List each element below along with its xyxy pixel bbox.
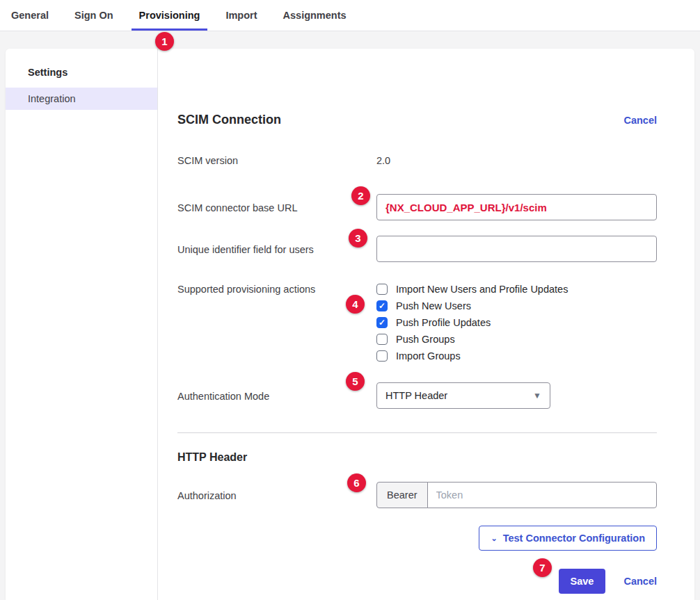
token-input[interactable]: [427, 482, 657, 508]
test-connector-label: Test Connector Configuration: [503, 533, 645, 544]
cancel-link-bottom[interactable]: Cancel: [623, 576, 657, 587]
tab-import[interactable]: Import: [218, 0, 264, 31]
section-divider: [177, 432, 657, 433]
base-url-input[interactable]: [376, 194, 657, 220]
checkbox-label: Import New Users and Profile Updates: [396, 284, 568, 295]
checkbox-row-push-groups[interactable]: Push Groups: [376, 331, 657, 348]
tab-sign-on[interactable]: Sign On: [67, 0, 121, 31]
checkbox-row-push-new-users[interactable]: Push New Users: [376, 298, 657, 314]
chevron-down-icon: ⌄: [491, 535, 497, 542]
checkbox-push-groups[interactable]: [376, 334, 388, 345]
sidebar-item-integration[interactable]: Integration: [6, 88, 157, 110]
chevron-down-icon: ▼: [533, 391, 541, 400]
app-tab-bar: General Sign On Provisioning Import Assi…: [0, 0, 700, 31]
scim-form: SCIM Connection Cancel SCIM version 2.0 …: [158, 49, 694, 600]
checkbox-import-users[interactable]: [376, 284, 388, 295]
annotation-badge-6: 6: [347, 473, 366, 492]
sidebar-header: Settings: [6, 67, 157, 88]
checkbox-row-import-users[interactable]: Import New Users and Profile Updates: [376, 281, 657, 298]
test-connector-button[interactable]: ⌄ Test Connector Configuration: [479, 526, 657, 551]
auth-mode-selected-value: HTTP Header: [385, 390, 447, 401]
authorization-label: Authorization: [177, 482, 376, 503]
tab-general[interactable]: General: [3, 0, 56, 31]
provisioning-actions-label: Supported provisioning actions: [177, 281, 376, 296]
bearer-prefix: Bearer: [376, 482, 428, 508]
annotation-badge-4: 4: [346, 295, 365, 314]
annotation-badge-2: 2: [351, 186, 370, 205]
annotation-badge-1: 1: [155, 32, 174, 51]
tab-provisioning[interactable]: Provisioning: [132, 0, 208, 31]
http-header-section-title: HTTP Header: [177, 451, 657, 464]
auth-mode-select[interactable]: HTTP Header ▼: [376, 382, 550, 409]
unique-id-label: Unique identifier field for users: [177, 236, 376, 257]
annotation-badge-5: 5: [346, 372, 365, 391]
checkbox-row-push-profile-updates[interactable]: Push Profile Updates: [376, 314, 657, 331]
checkbox-label: Push New Users: [396, 300, 471, 311]
base-url-label: SCIM connector base URL: [177, 194, 376, 215]
checkbox-push-new-users[interactable]: [376, 300, 388, 311]
save-button[interactable]: Save: [559, 569, 606, 594]
checkbox-import-groups[interactable]: [376, 350, 388, 362]
page-title: SCIM Connection: [177, 113, 281, 127]
cancel-link-top[interactable]: Cancel: [623, 115, 657, 126]
checkbox-label: Push Groups: [396, 334, 455, 345]
annotation-badge-7: 7: [533, 558, 552, 577]
tab-assignments[interactable]: Assignments: [276, 0, 354, 31]
checkbox-label: Import Groups: [396, 350, 461, 362]
checkbox-row-import-groups[interactable]: Import Groups: [376, 348, 657, 364]
settings-sidebar: Settings Integration: [6, 49, 158, 600]
unique-id-input[interactable]: [376, 236, 657, 262]
provisioning-card: Settings Integration SCIM Connection Can…: [6, 49, 694, 600]
checkbox-push-profile-updates[interactable]: [376, 317, 388, 328]
annotation-badge-3: 3: [349, 229, 367, 248]
scim-version-value: 2.0: [376, 154, 657, 168]
sidebar-item-label: Integration: [28, 93, 76, 104]
scim-version-label: SCIM version: [177, 154, 376, 168]
checkbox-label: Push Profile Updates: [396, 317, 491, 328]
